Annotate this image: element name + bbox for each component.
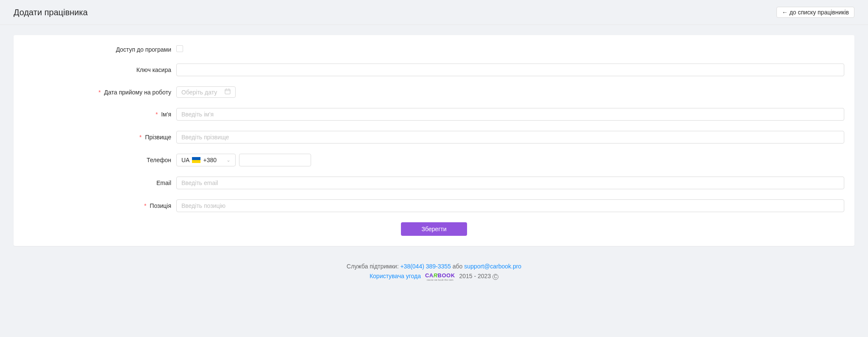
last-name-control [176, 131, 844, 144]
first-name-row: * Ім'я [24, 108, 844, 121]
back-button-label: до списку працівників [790, 9, 849, 16]
cashier-key-control [176, 64, 844, 76]
cashier-key-label: Ключ касира [24, 66, 176, 73]
page-title: Додати працівника [14, 8, 88, 17]
last-name-label-text: Прізвище [145, 134, 171, 141]
email-row: Email [24, 177, 844, 189]
position-label-text: Позиція [150, 202, 171, 209]
phone-control: UA +380 ⌄ [176, 154, 844, 166]
access-control [176, 45, 844, 53]
legal-row: Користувача угода CARBOOK cause we book … [0, 272, 868, 281]
email-control [176, 177, 844, 189]
page-header: Додати працівника ← до списку працівникі… [0, 0, 868, 25]
submit-row: Зберегти [24, 222, 844, 236]
access-row: Доступ до програми [24, 45, 844, 53]
hire-date-control: Оберіть дату [176, 86, 844, 98]
support-row: Служба підтримки: +38(044) 389-3355 або … [0, 263, 868, 270]
hire-date-row: * Дата прийому на роботу Оберіть дату [24, 86, 844, 98]
support-phone-link[interactable]: +38(044) 389-3355 [400, 263, 451, 270]
access-label: Доступ до програми [24, 46, 176, 53]
first-name-control [176, 108, 844, 121]
required-mark: * [156, 111, 158, 118]
form-card: Доступ до програми Ключ касира * Дата пр… [14, 35, 854, 246]
cashier-key-input[interactable] [176, 64, 844, 76]
first-name-label-text: Ім'я [161, 111, 171, 118]
logo-tagline: cause we book the cars [425, 279, 455, 281]
svg-rect-0 [225, 89, 230, 94]
first-name-input[interactable] [176, 108, 844, 121]
ukraine-flag-icon [192, 157, 200, 163]
last-name-input[interactable] [176, 131, 844, 144]
position-row: * Позиція [24, 199, 844, 212]
calendar-icon [225, 88, 231, 96]
position-input[interactable] [176, 199, 844, 212]
back-to-list-button[interactable]: ← до списку працівників [776, 7, 854, 18]
position-label: * Позиція [24, 202, 176, 209]
copyright-icon: C [492, 274, 498, 280]
required-mark: * [98, 89, 100, 96]
support-label: Служба підтримки: [347, 263, 399, 270]
phone-number-input[interactable] [239, 154, 311, 166]
required-mark: * [139, 134, 142, 141]
arrow-left-icon: ← [782, 9, 788, 16]
date-picker-placeholder: Оберіть дату [181, 89, 217, 96]
user-agreement-link[interactable]: Користувача угода [370, 273, 421, 279]
support-email-link[interactable]: support@carbook.pro [464, 263, 521, 270]
phone-country-code: UA [181, 157, 189, 163]
last-name-label: * Прізвище [24, 134, 176, 141]
access-checkbox[interactable] [176, 45, 183, 52]
carbook-logo: CARBOOK cause we book the cars [425, 272, 455, 281]
cashier-key-row: Ключ касира [24, 64, 844, 76]
phone-country-select[interactable]: UA +380 ⌄ [176, 154, 236, 166]
years-text: 2015 - 2023 [459, 273, 491, 279]
email-label: Email [24, 180, 176, 186]
email-input[interactable] [176, 177, 844, 189]
chevron-down-icon: ⌄ [226, 157, 231, 163]
footer: Служба підтримки: +38(044) 389-3355 або … [0, 256, 868, 294]
first-name-label: * Ім'я [24, 111, 176, 118]
required-mark: * [144, 202, 146, 209]
hire-date-label-text: Дата прийому на роботу [104, 89, 171, 96]
save-button[interactable]: Зберегти [401, 222, 467, 236]
last-name-row: * Прізвище [24, 131, 844, 144]
phone-label: Телефон [24, 157, 176, 163]
phone-prefix-text: +380 [203, 157, 217, 163]
phone-row: Телефон UA +380 ⌄ [24, 154, 844, 166]
hire-date-picker[interactable]: Оберіть дату [176, 86, 236, 98]
hire-date-label: * Дата прийому на роботу [24, 89, 176, 96]
support-or: або [453, 263, 463, 270]
phone-group: UA +380 ⌄ [176, 154, 844, 166]
position-control [176, 199, 844, 212]
